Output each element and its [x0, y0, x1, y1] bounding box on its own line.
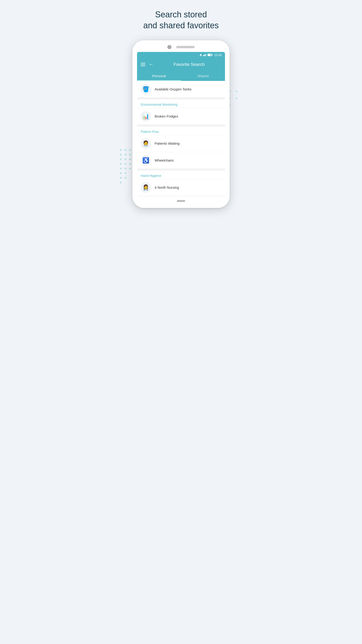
phone-wrapper: 15:45 ← Favorite Search Personal Shared — [132, 40, 230, 208]
list-item-fridges[interactable]: 📊 Broken Fridges — [137, 108, 225, 125]
item-label-patients-waiting: Patients Waiting — [155, 142, 180, 145]
svg-point-18 — [125, 177, 126, 179]
app-bar: ← Favorite Search — [137, 58, 225, 71]
svg-point-15 — [120, 172, 122, 174]
item-label-fridges: Broken Fridges — [155, 114, 178, 118]
svg-point-3 — [120, 154, 122, 156]
svg-point-12 — [120, 168, 122, 170]
app-bar-title: Favorite Search — [157, 62, 221, 67]
item-icon-patients-waiting: 🧑‍⚕️ — [141, 138, 151, 148]
list-item-wheelchairs[interactable]: ♿ Wheelchairs — [137, 152, 225, 169]
svg-point-2 — [129, 149, 131, 151]
svg-point-4 — [125, 154, 126, 156]
battery-icon — [208, 54, 212, 56]
item-label-oxygen: Available Oxygen Tanks — [155, 87, 192, 91]
section-hand-hygiene: Hand Hygiene 👩‍⚕️ 4 North Nursing — [137, 170, 225, 196]
svg-point-11 — [129, 163, 131, 165]
svg-point-9 — [120, 163, 122, 165]
tab-personal[interactable]: Personal — [137, 71, 181, 81]
svg-point-13 — [125, 168, 126, 170]
phone-speaker — [176, 46, 195, 48]
tab-shared[interactable]: Shared — [181, 71, 225, 81]
phone-home-button[interactable] — [177, 200, 185, 202]
headline: Search stored and shared favorites — [143, 9, 219, 31]
svg-point-23 — [236, 90, 237, 92]
status-time: 15:45 — [214, 53, 222, 57]
section-env-monitoring: Environmental Monitoring 📊 Broken Fridge… — [137, 100, 225, 125]
svg-point-7 — [125, 158, 126, 160]
hamburger-line-2 — [141, 64, 145, 65]
svg-point-17 — [120, 177, 122, 179]
svg-point-1 — [125, 149, 126, 151]
svg-point-16 — [125, 172, 126, 174]
phone-frame: 15:45 ← Favorite Search Personal Shared — [132, 40, 230, 208]
back-button[interactable]: ← — [149, 62, 154, 68]
item-label-wheelchairs: Wheelchairs — [155, 158, 174, 162]
svg-point-5 — [129, 154, 131, 156]
item-label-north-nursing: 4 North Nursing — [155, 186, 179, 190]
category-header-env: Environmental Monitoring — [137, 100, 225, 108]
hamburger-button[interactable] — [141, 63, 145, 66]
tabs-container: Personal Shared — [137, 71, 225, 81]
svg-point-10 — [125, 163, 126, 165]
category-header-hand-hygiene: Hand Hygiene — [137, 170, 225, 179]
wifi-icon — [199, 54, 202, 56]
hamburger-line-1 — [141, 63, 145, 63]
item-icon-north-nursing: 👩‍⚕️ — [141, 182, 151, 193]
content-area: 🪣 Available Oxygen Tanks Environmental M… — [137, 81, 225, 196]
list-item-oxygen[interactable]: 🪣 Available Oxygen Tanks — [137, 81, 225, 98]
section-patient-flow: Patient Flow 🧑‍⚕️ Patients Waiting ♿ Whe… — [137, 126, 225, 169]
item-icon-wheelchairs: ♿ — [141, 155, 151, 166]
category-header-patient-flow: Patient Flow — [137, 126, 225, 135]
svg-point-6 — [120, 158, 122, 160]
phone-bezel-top — [137, 45, 225, 49]
list-item-patients-waiting[interactable]: 🧑‍⚕️ Patients Waiting — [137, 135, 225, 152]
page-header: Search stored and shared favorites — [143, 9, 219, 31]
list-item-north-nursing[interactable]: 👩‍⚕️ 4 North Nursing — [137, 179, 225, 196]
phone-camera — [167, 45, 172, 49]
status-icons — [199, 54, 212, 56]
svg-point-8 — [129, 158, 131, 160]
section-ungrouped: 🪣 Available Oxygen Tanks — [137, 81, 225, 98]
svg-point-19 — [120, 182, 122, 183]
hamburger-line-3 — [141, 66, 145, 66]
item-icon-fridges: 📊 — [141, 111, 151, 122]
status-bar: 15:45 — [137, 52, 225, 58]
svg-point-0 — [120, 149, 122, 151]
signal-icon — [203, 54, 206, 56]
svg-point-27 — [236, 97, 237, 99]
item-icon-oxygen: 🪣 — [141, 84, 151, 94]
svg-point-14 — [129, 168, 131, 170]
phone-screen: 15:45 ← Favorite Search Personal Shared — [137, 52, 225, 198]
battery-fill — [208, 54, 210, 56]
